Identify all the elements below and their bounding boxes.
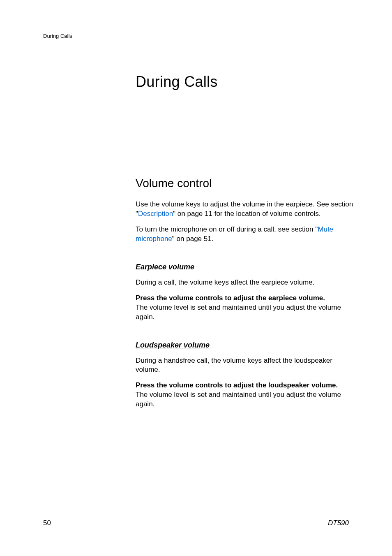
document-id: DT590 bbox=[328, 519, 349, 527]
chapter-title: During Calls bbox=[136, 73, 353, 90]
earpiece-bold: Press the volume controls to adjust the … bbox=[136, 294, 325, 302]
mute-paragraph: To turn the microphone on or off during … bbox=[136, 225, 353, 244]
earpiece-text1: During a call, the volume keys affect th… bbox=[136, 278, 353, 287]
mute-text-before: To turn the microphone on or off during … bbox=[136, 225, 318, 233]
intro-paragraph: Use the volume keys to adjust the volume… bbox=[136, 200, 353, 219]
description-link[interactable]: Description bbox=[138, 210, 173, 218]
earpiece-instruction: Press the volume controls to adjust the … bbox=[136, 294, 353, 322]
mute-text-after: " on page 51. bbox=[172, 235, 214, 243]
footer: 50 DT590 bbox=[43, 519, 349, 527]
loudspeaker-heading: Loudspeaker volume bbox=[136, 341, 353, 350]
loudspeaker-instruction: Press the volume controls to adjust the … bbox=[136, 381, 353, 409]
loudspeaker-bold: Press the volume controls to adjust the … bbox=[136, 381, 338, 389]
page-number: 50 bbox=[43, 519, 51, 527]
loudspeaker-text1: During a handsfree call, the volume keys… bbox=[136, 356, 353, 375]
earpiece-heading: Earpiece volume bbox=[136, 263, 353, 271]
running-header: During Calls bbox=[43, 33, 72, 39]
content-area: During Calls Volume control Use the volu… bbox=[136, 73, 353, 415]
loudspeaker-text2: The volume level is set and maintained u… bbox=[136, 391, 341, 408]
section-title: Volume control bbox=[136, 177, 353, 190]
intro-text-after: " on page 11 for the location of volume … bbox=[173, 210, 321, 218]
earpiece-text2: The volume level is set and maintained u… bbox=[136, 303, 341, 321]
